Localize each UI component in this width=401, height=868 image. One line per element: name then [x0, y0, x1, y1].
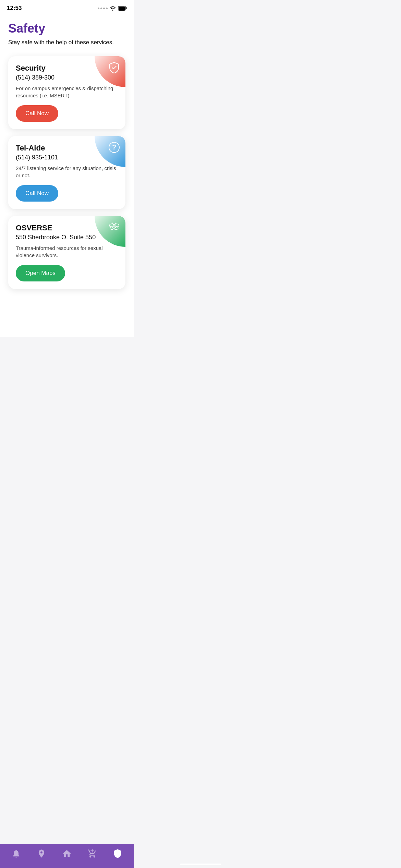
tel-aide-call-button[interactable]: Call Now — [16, 185, 58, 202]
svg-rect-1 — [126, 7, 127, 9]
osverse-maps-button[interactable]: Open Maps — [16, 265, 65, 281]
security-card: Security (514) 389-300 For on campus eme… — [8, 56, 125, 129]
page-subtitle: Stay safe with the help of these service… — [8, 38, 125, 47]
main-content: Safety Stay safe with the help of these … — [0, 14, 134, 337]
svg-rect-2 — [119, 7, 125, 10]
battery-icon — [118, 6, 127, 11]
signal-dots-icon — [98, 8, 108, 9]
security-description: For on campus emergencies & dispatching … — [16, 85, 118, 99]
status-time: 12:53 — [7, 5, 22, 12]
security-shield-icon — [108, 61, 121, 74]
status-bar: 12:53 — [0, 0, 134, 14]
svg-point-14 — [116, 222, 116, 223]
status-icons — [98, 6, 127, 11]
svg-point-9 — [114, 227, 118, 230]
osverse-butterfly-icon — [108, 221, 121, 234]
page-title: Safety — [8, 21, 125, 36]
security-call-button[interactable]: Call Now — [16, 105, 58, 122]
osverse-card: OSVERSE 550 Sherbrooke O. Suite 550 Trau… — [8, 216, 125, 289]
svg-point-13 — [112, 222, 113, 223]
tel-aide-description: 24/7 listening service for any situation… — [16, 165, 118, 179]
wifi-icon — [110, 6, 116, 11]
tel-aide-question-icon: ? — [108, 141, 121, 154]
svg-text:?: ? — [112, 143, 116, 151]
tel-aide-card: ? Tel-Aide (514) 935-1101 24/7 listening… — [8, 136, 125, 209]
osverse-description: Trauma-informed resources for sexual vio… — [16, 244, 118, 259]
svg-point-8 — [110, 227, 113, 230]
